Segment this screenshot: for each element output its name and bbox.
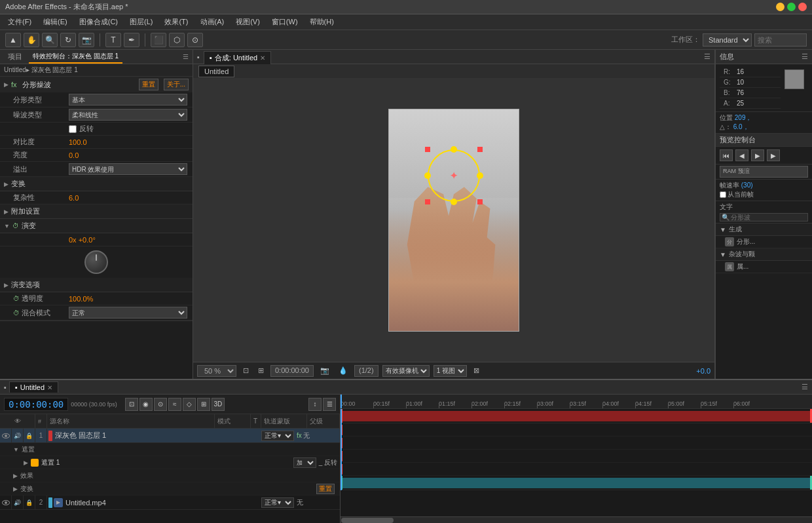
tl-comp-settings[interactable]: ⊡ — [125, 398, 138, 411]
corner-handle-tr[interactable] — [477, 147, 483, 152]
edge-handle-right[interactable] — [477, 172, 483, 179]
tl-timecode[interactable]: 0:00:00:00 — [4, 398, 68, 411]
timecode-display[interactable]: 0:00:00:00 — [270, 365, 314, 377]
tl-layer-options[interactable]: ☰ — [323, 398, 336, 411]
layer-2-vis[interactable] — [0, 495, 12, 509]
tool-pen[interactable]: ✒ — [124, 33, 139, 47]
corner-handle-tl[interactable] — [425, 147, 430, 152]
layer-1-name[interactable]: 深灰色 固态层 1 — [54, 431, 261, 440]
tool-hand[interactable]: ✋ — [24, 33, 39, 47]
reset-button[interactable]: 重置 — [139, 79, 158, 90]
tl-motion-blur[interactable]: ⊙ — [154, 398, 167, 411]
transform-header[interactable]: ▶ 变换 — [0, 177, 193, 191]
sub-settings-header[interactable]: ▶ 附加设置 — [0, 204, 193, 219]
corner-handle-br[interactable] — [477, 199, 483, 204]
about-button[interactable]: 关于... — [164, 79, 189, 90]
mask-section-row[interactable]: ▼ 遮置 — [0, 443, 340, 456]
edge-handle-top[interactable] — [451, 146, 457, 153]
tool-mask[interactable]: ⬡ — [169, 33, 185, 47]
blend-select[interactable]: 正常 — [69, 307, 187, 319]
tab-project[interactable]: 项目 — [4, 50, 26, 63]
layer-1-track[interactable] — [341, 409, 812, 423]
mask-1-row[interactable]: ▶ 遮置 1 加 _ 反转 — [0, 456, 340, 469]
layer-1-audio[interactable]: 🔊 — [12, 429, 24, 442]
layer-2-row[interactable]: 🔊 🔒 2 ▶ Untitled.mp4 正常▾ — [0, 495, 340, 510]
transform-section-row[interactable]: ▶ 变换 重置 — [0, 482, 340, 495]
tl-scrollbar-thumb[interactable] — [341, 518, 394, 523]
contrast-value[interactable]: 100.0 — [69, 138, 187, 146]
preview-panel-menu[interactable]: ☰ — [704, 52, 710, 61]
from-now-check[interactable] — [720, 191, 726, 198]
edge-handle-bottom[interactable] — [451, 199, 457, 205]
color-picker-icon[interactable]: 💧 — [336, 366, 350, 376]
fractal-type-select[interactable]: 基本 — [69, 94, 187, 106]
tool-text[interactable]: T — [105, 33, 121, 47]
tl-panel-menu[interactable]: ☰ — [802, 383, 808, 391]
tl-solo[interactable]: ◉ — [139, 398, 153, 411]
menu-edit[interactable]: 编辑(E) — [38, 16, 73, 28]
tl-3d[interactable]: 3D — [212, 398, 225, 411]
menu-view[interactable]: 视图(V) — [231, 16, 265, 28]
invert-checkbox[interactable] — [69, 125, 77, 133]
fit-icon[interactable]: ⊡ — [240, 366, 251, 376]
maximize-button[interactable] — [787, 3, 796, 11]
layer-1-mode[interactable]: 正常▾ — [261, 431, 294, 441]
workspace-select[interactable]: Standard — [703, 33, 752, 47]
evolution-options-header[interactable]: ▶ 演变选项 — [0, 278, 193, 292]
menu-effect[interactable]: 效果(T) — [159, 16, 193, 28]
menu-animate[interactable]: 动画(A) — [195, 16, 230, 28]
tl-add-marker[interactable]: ◇ — [183, 398, 196, 411]
noise-header[interactable]: ▼ 杂波与颗 — [716, 248, 812, 261]
menu-window[interactable]: 窗口(W) — [267, 16, 303, 28]
transform-reset-btn[interactable]: 重置 — [316, 484, 335, 494]
menu-help[interactable]: 帮助(H) — [304, 16, 339, 28]
complexity-value[interactable]: 6.0 — [69, 194, 187, 202]
prev-prev-frame[interactable]: ◀ — [735, 149, 748, 161]
corner-handle-bl[interactable] — [425, 199, 430, 204]
tool-puppet[interactable]: ⊙ — [187, 33, 203, 47]
preview-area[interactable]: ✦ — [193, 79, 714, 362]
noise-type-select[interactable]: 柔和线性 — [69, 109, 187, 121]
ram-preview-button[interactable]: RAM 预渲 — [720, 166, 808, 178]
tl-graph-editor[interactable]: ≈ — [168, 398, 181, 411]
layer-2-mode[interactable]: 正常▾ — [261, 497, 294, 508]
fractal-item[interactable]: 分 分形... — [716, 236, 812, 248]
view-select[interactable]: 1 视图 — [434, 365, 467, 377]
menu-layer[interactable]: 图层(L) — [124, 16, 158, 28]
tl-snapping[interactable]: ⊞ — [197, 398, 210, 411]
tool-rotate[interactable]: ↻ — [60, 33, 76, 47]
layer-2-track[interactable] — [341, 476, 812, 490]
noise-item[interactable]: 属 属... — [716, 261, 812, 273]
panel-menu-icon[interactable]: ☰ — [183, 53, 189, 60]
edge-handle-left[interactable] — [424, 172, 431, 179]
tool-camera[interactable]: 📷 — [79, 33, 94, 47]
preview-tab-close[interactable]: ✕ — [260, 54, 265, 62]
layer-1-vis[interactable] — [0, 429, 12, 442]
menu-compose[interactable]: 图像合成(C) — [74, 16, 123, 28]
tool-select[interactable]: ▲ — [5, 33, 21, 47]
search-input[interactable] — [754, 33, 807, 47]
tl-tab-close[interactable]: ✕ — [47, 384, 52, 391]
prev-next-frame[interactable]: ▶ — [767, 149, 780, 161]
menu-file[interactable]: 文件(F) — [3, 16, 37, 28]
layer-1-row[interactable]: 🔊 🔒 1 深灰色 固态层 1 正常▾ fx 无 — [0, 429, 340, 443]
evolution-value[interactable]: 0x +0.0° — [69, 236, 187, 244]
prev-first-frame[interactable]: ⏮ — [720, 149, 733, 161]
evolution-section-header[interactable]: ▼ ⏱ 演变 — [0, 219, 193, 233]
grid-icon[interactable]: ⊠ — [471, 366, 482, 376]
mask1-blend[interactable]: 加 — [293, 457, 316, 468]
tl-horizontal-scroll[interactable] — [341, 516, 812, 523]
layer-2-name[interactable]: Untitled.mp4 — [64, 499, 261, 507]
safe-zones-icon[interactable]: ⊞ — [255, 366, 267, 376]
tool-shape[interactable]: ⬛ — [151, 33, 166, 47]
zoom-select[interactable]: 50 % — [197, 365, 236, 377]
prev-play-stop[interactable]: ▶ — [751, 149, 764, 161]
overflow-select[interactable]: HDR 效果使用 — [69, 163, 187, 175]
tl-expand-all[interactable]: ↕ — [308, 398, 322, 411]
generate-header[interactable]: ▼ 生成 — [716, 223, 812, 236]
tl-ruler[interactable]: 00:00 00:15f 01:00f 01:15f 02:00f 02:15f… — [341, 395, 812, 409]
layer-1-lock[interactable]: 🔒 — [24, 429, 35, 442]
tab-effects[interactable]: 特效控制台：深灰色 固态层 1 — [29, 50, 122, 64]
preview-tab-composition[interactable]: ▪ 合成: Untitled ✕ — [204, 51, 271, 64]
timeline-tab[interactable]: ▪ Untitled ✕ — [9, 381, 58, 393]
